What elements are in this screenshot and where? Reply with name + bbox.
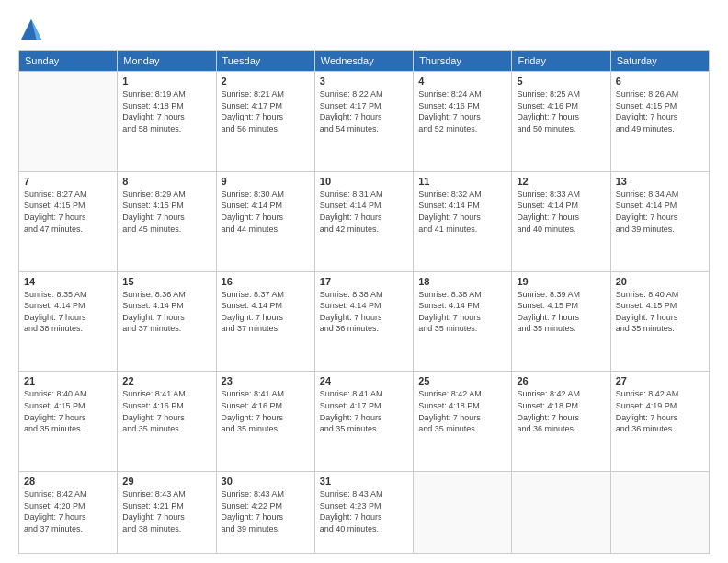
day-info: Sunrise: 8:26 AM Sunset: 4:15 PM Dayligh… xyxy=(616,88,704,134)
calendar-cell: 10Sunrise: 8:31 AM Sunset: 4:14 PM Dayli… xyxy=(314,171,413,271)
calendar-cell: 23Sunrise: 8:41 AM Sunset: 4:16 PM Dayli… xyxy=(216,372,314,472)
calendar-cell: 2Sunrise: 8:21 AM Sunset: 4:17 PM Daylig… xyxy=(216,72,314,172)
calendar-cell: 19Sunrise: 8:39 AM Sunset: 4:15 PM Dayli… xyxy=(512,271,610,372)
day-number: 3 xyxy=(320,75,408,86)
calendar-week-row: 1Sunrise: 8:19 AM Sunset: 4:18 PM Daylig… xyxy=(19,72,710,172)
calendar-cell: 17Sunrise: 8:38 AM Sunset: 4:14 PM Dayli… xyxy=(314,271,413,372)
calendar-cell: 24Sunrise: 8:41 AM Sunset: 4:17 PM Dayli… xyxy=(314,372,413,472)
day-number: 8 xyxy=(122,176,210,187)
calendar-week-row: 14Sunrise: 8:35 AM Sunset: 4:14 PM Dayli… xyxy=(19,271,710,372)
day-info: Sunrise: 8:31 AM Sunset: 4:14 PM Dayligh… xyxy=(320,189,408,235)
day-number: 7 xyxy=(24,176,112,187)
calendar-week-row: 21Sunrise: 8:40 AM Sunset: 4:15 PM Dayli… xyxy=(19,372,710,472)
calendar-cell: 14Sunrise: 8:35 AM Sunset: 4:14 PM Dayli… xyxy=(19,271,118,372)
logo xyxy=(18,17,48,42)
day-number: 30 xyxy=(222,476,310,487)
calendar-cell: 5Sunrise: 8:25 AM Sunset: 4:16 PM Daylig… xyxy=(512,72,610,172)
day-number: 12 xyxy=(517,176,605,187)
day-number: 6 xyxy=(616,75,704,86)
logo-icon xyxy=(18,17,44,42)
calendar-cell: 6Sunrise: 8:26 AM Sunset: 4:15 PM Daylig… xyxy=(610,72,709,172)
calendar-cell: 9Sunrise: 8:30 AM Sunset: 4:14 PM Daylig… xyxy=(216,171,314,271)
calendar-cell: 15Sunrise: 8:36 AM Sunset: 4:14 PM Dayli… xyxy=(118,271,216,372)
calendar-cell: 25Sunrise: 8:42 AM Sunset: 4:18 PM Dayli… xyxy=(414,372,512,472)
day-info: Sunrise: 8:25 AM Sunset: 4:16 PM Dayligh… xyxy=(517,88,605,134)
calendar-day-header: Monday xyxy=(118,51,216,72)
calendar-day-header: Sunday xyxy=(19,51,118,72)
day-number: 27 xyxy=(616,375,704,386)
day-info: Sunrise: 8:40 AM Sunset: 4:15 PM Dayligh… xyxy=(616,289,704,335)
day-number: 26 xyxy=(517,375,605,386)
day-number: 15 xyxy=(122,276,210,287)
calendar-day-header: Wednesday xyxy=(314,51,413,72)
day-number: 2 xyxy=(222,75,310,86)
day-info: Sunrise: 8:34 AM Sunset: 4:14 PM Dayligh… xyxy=(616,189,704,235)
day-number: 11 xyxy=(418,176,506,187)
day-number: 9 xyxy=(222,176,310,187)
calendar-cell xyxy=(610,472,709,554)
calendar-day-header: Thursday xyxy=(414,51,512,72)
calendar-cell: 4Sunrise: 8:24 AM Sunset: 4:16 PM Daylig… xyxy=(414,72,512,172)
day-number: 28 xyxy=(24,476,112,487)
day-info: Sunrise: 8:35 AM Sunset: 4:14 PM Dayligh… xyxy=(24,289,112,335)
calendar-cell: 28Sunrise: 8:42 AM Sunset: 4:20 PM Dayli… xyxy=(19,472,118,554)
calendar-cell: 7Sunrise: 8:27 AM Sunset: 4:15 PM Daylig… xyxy=(19,171,118,271)
day-info: Sunrise: 8:30 AM Sunset: 4:14 PM Dayligh… xyxy=(222,189,310,235)
calendar-cell: 31Sunrise: 8:43 AM Sunset: 4:23 PM Dayli… xyxy=(314,472,413,554)
day-info: Sunrise: 8:37 AM Sunset: 4:14 PM Dayligh… xyxy=(222,289,310,335)
calendar-cell: 1Sunrise: 8:19 AM Sunset: 4:18 PM Daylig… xyxy=(118,72,216,172)
day-number: 22 xyxy=(122,375,210,386)
day-number: 10 xyxy=(320,176,408,187)
day-number: 25 xyxy=(418,375,506,386)
calendar-cell: 29Sunrise: 8:43 AM Sunset: 4:21 PM Dayli… xyxy=(118,472,216,554)
day-info: Sunrise: 8:42 AM Sunset: 4:19 PM Dayligh… xyxy=(616,388,704,434)
calendar-cell xyxy=(19,72,118,172)
day-number: 17 xyxy=(320,276,408,287)
day-info: Sunrise: 8:32 AM Sunset: 4:14 PM Dayligh… xyxy=(418,189,506,235)
calendar-header-row: SundayMondayTuesdayWednesdayThursdayFrid… xyxy=(19,51,710,72)
day-info: Sunrise: 8:42 AM Sunset: 4:20 PM Dayligh… xyxy=(24,488,112,534)
calendar-cell: 18Sunrise: 8:38 AM Sunset: 4:14 PM Dayli… xyxy=(414,271,512,372)
calendar-cell: 3Sunrise: 8:22 AM Sunset: 4:17 PM Daylig… xyxy=(314,72,413,172)
day-info: Sunrise: 8:24 AM Sunset: 4:16 PM Dayligh… xyxy=(418,88,506,134)
calendar-cell: 8Sunrise: 8:29 AM Sunset: 4:15 PM Daylig… xyxy=(118,171,216,271)
day-number: 21 xyxy=(24,375,112,386)
calendar-cell: 26Sunrise: 8:42 AM Sunset: 4:18 PM Dayli… xyxy=(512,372,610,472)
day-number: 16 xyxy=(222,276,310,287)
calendar-cell: 22Sunrise: 8:41 AM Sunset: 4:16 PM Dayli… xyxy=(118,372,216,472)
day-number: 5 xyxy=(517,75,605,86)
calendar-cell: 11Sunrise: 8:32 AM Sunset: 4:14 PM Dayli… xyxy=(414,171,512,271)
day-info: Sunrise: 8:41 AM Sunset: 4:17 PM Dayligh… xyxy=(320,388,408,434)
day-number: 1 xyxy=(122,75,210,86)
calendar-cell: 13Sunrise: 8:34 AM Sunset: 4:14 PM Dayli… xyxy=(610,171,709,271)
day-info: Sunrise: 8:38 AM Sunset: 4:14 PM Dayligh… xyxy=(320,289,408,335)
day-number: 13 xyxy=(616,176,704,187)
day-info: Sunrise: 8:27 AM Sunset: 4:15 PM Dayligh… xyxy=(24,189,112,235)
calendar-cell: 16Sunrise: 8:37 AM Sunset: 4:14 PM Dayli… xyxy=(216,271,314,372)
day-info: Sunrise: 8:41 AM Sunset: 4:16 PM Dayligh… xyxy=(122,388,210,434)
calendar-week-row: 28Sunrise: 8:42 AM Sunset: 4:20 PM Dayli… xyxy=(19,472,710,554)
day-info: Sunrise: 8:21 AM Sunset: 4:17 PM Dayligh… xyxy=(222,88,310,134)
day-info: Sunrise: 8:33 AM Sunset: 4:14 PM Dayligh… xyxy=(517,189,605,235)
day-number: 24 xyxy=(320,375,408,386)
day-info: Sunrise: 8:19 AM Sunset: 4:18 PM Dayligh… xyxy=(122,88,210,134)
day-number: 29 xyxy=(122,476,210,487)
calendar-day-header: Friday xyxy=(512,51,610,72)
day-info: Sunrise: 8:43 AM Sunset: 4:22 PM Dayligh… xyxy=(222,488,310,534)
day-number: 4 xyxy=(418,75,506,86)
day-info: Sunrise: 8:43 AM Sunset: 4:23 PM Dayligh… xyxy=(320,488,408,534)
day-info: Sunrise: 8:29 AM Sunset: 4:15 PM Dayligh… xyxy=(122,189,210,235)
calendar-week-row: 7Sunrise: 8:27 AM Sunset: 4:15 PM Daylig… xyxy=(19,171,710,271)
day-number: 18 xyxy=(418,276,506,287)
calendar-cell xyxy=(512,472,610,554)
day-info: Sunrise: 8:42 AM Sunset: 4:18 PM Dayligh… xyxy=(517,388,605,434)
day-info: Sunrise: 8:43 AM Sunset: 4:21 PM Dayligh… xyxy=(122,488,210,534)
day-info: Sunrise: 8:22 AM Sunset: 4:17 PM Dayligh… xyxy=(320,88,408,134)
calendar-cell: 27Sunrise: 8:42 AM Sunset: 4:19 PM Dayli… xyxy=(610,372,709,472)
day-info: Sunrise: 8:41 AM Sunset: 4:16 PM Dayligh… xyxy=(222,388,310,434)
day-info: Sunrise: 8:38 AM Sunset: 4:14 PM Dayligh… xyxy=(418,289,506,335)
day-info: Sunrise: 8:36 AM Sunset: 4:14 PM Dayligh… xyxy=(122,289,210,335)
day-info: Sunrise: 8:40 AM Sunset: 4:15 PM Dayligh… xyxy=(24,388,112,434)
calendar-cell: 21Sunrise: 8:40 AM Sunset: 4:15 PM Dayli… xyxy=(19,372,118,472)
day-number: 31 xyxy=(320,476,408,487)
